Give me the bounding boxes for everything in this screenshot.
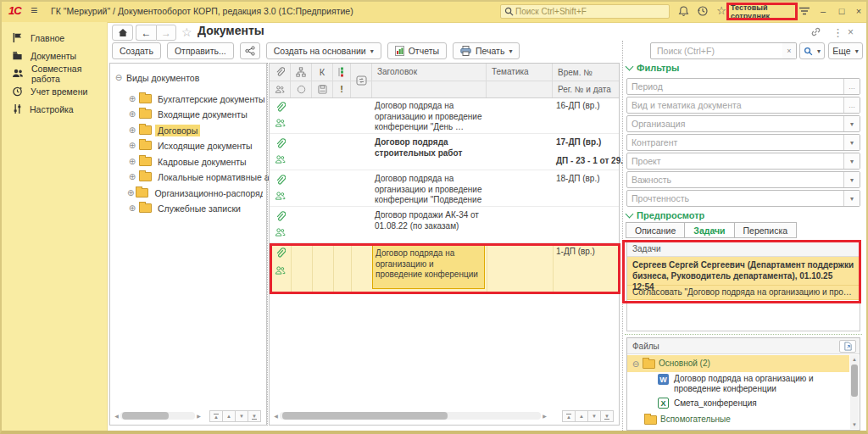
- scroll-left-icon[interactable]: ◀: [272, 411, 280, 420]
- tree-item-organizational[interactable]: ⊕ Организационно-распорядительн: [127, 186, 263, 200]
- filter-read-status[interactable]: Прочтенность ▾: [626, 190, 860, 207]
- column-tasks[interactable]: [270, 81, 291, 97]
- column-status[interactable]: [291, 81, 312, 97]
- scroll-left-icon[interactable]: ◀: [113, 411, 120, 420]
- tree-item-incoming[interactable]: ⊕ Входящие документы: [127, 107, 250, 121]
- collapse-icon[interactable]: ⊖: [114, 73, 124, 82]
- send-button[interactable]: Отправить...: [167, 42, 234, 59]
- table-row-selected[interactable]: Договор подряда на организацию и проведе…: [270, 243, 619, 292]
- go-down-button[interactable]: ▼: [587, 410, 601, 422]
- filter-doc-type[interactable]: Вид и тематика документа …: [626, 97, 860, 114]
- tree-item-hr[interactable]: ⊕ Кадровые документы: [127, 154, 249, 169]
- tree-item-local-acts[interactable]: ⊕ Локальные нормативные акты: [127, 170, 287, 184]
- search-options-button[interactable]: ▾: [799, 42, 825, 59]
- scroll-thumb[interactable]: [282, 412, 448, 420]
- expand-icon[interactable]: ⊕: [127, 157, 137, 166]
- file-item-excel[interactable]: X Смета_конференция: [658, 398, 846, 409]
- filters-group-header[interactable]: Фильтры: [626, 63, 679, 73]
- sidebar-item-settings[interactable]: Настройка: [2, 100, 107, 118]
- go-up-button[interactable]: ▲: [575, 410, 588, 422]
- scroll-right-icon[interactable]: ▶: [195, 411, 203, 420]
- filter-importance[interactable]: Важность ▾: [626, 171, 860, 188]
- column-importance[interactable]: !: [333, 81, 351, 97]
- global-search[interactable]: [500, 4, 670, 19]
- scroll-right-icon[interactable]: ▶: [541, 411, 548, 420]
- view-settings-icon[interactable]: [797, 7, 812, 20]
- global-search-input[interactable]: [514, 6, 665, 17]
- expand-icon[interactable]: ⊕: [127, 125, 137, 135]
- favorites-star-icon[interactable]: ☆: [714, 4, 729, 18]
- create-button[interactable]: Создать: [112, 42, 161, 59]
- files-folder-main[interactable]: ⊖ Основной (2): [627, 355, 849, 372]
- add-favorite-star-icon[interactable]: ☆: [181, 25, 192, 39]
- tab-description[interactable]: Описание: [626, 222, 685, 238]
- tab-tasks[interactable]: Задачи: [684, 222, 734, 238]
- column-subject[interactable]: Тематика: [487, 64, 553, 97]
- sidebar-item-time-tracking[interactable]: Учет времени: [2, 82, 107, 100]
- tasks-grid-header[interactable]: Задачи: [627, 241, 860, 257]
- tree-table-splitter[interactable]: [267, 63, 268, 426]
- scroll-thumb[interactable]: [851, 364, 858, 397]
- focused-title-cell[interactable]: Договор подряда на организацию и проведе…: [372, 245, 485, 289]
- column-title[interactable]: Заголовок: [372, 64, 487, 97]
- go-first-button[interactable]: ▲: [562, 410, 576, 422]
- file-item-word[interactable]: W Договор подряда на организацию и прове…: [658, 374, 846, 394]
- go-up-button[interactable]: ▲: [222, 410, 236, 422]
- column-transfer[interactable]: [351, 64, 372, 97]
- sidebar-item-main[interactable]: Главное: [2, 29, 107, 47]
- tree-item-outgoing[interactable]: ⊕ Исходящие документы: [127, 138, 255, 153]
- column-saved[interactable]: [312, 81, 333, 97]
- table-row[interactable]: Договор подряда строительных работ 17-ДП…: [270, 134, 619, 170]
- sidebar-item-collaboration[interactable]: Совместная работа: [2, 64, 107, 82]
- go-down-button[interactable]: ▼: [235, 410, 248, 422]
- expand-icon[interactable]: ⊕: [127, 188, 134, 198]
- close-form-icon[interactable]: ×: [848, 26, 854, 38]
- home-button[interactable]: [112, 25, 133, 41]
- tree-item-memos[interactable]: ⊕ Служебные записки: [127, 201, 243, 215]
- filter-organization[interactable]: Организация ▾: [626, 115, 860, 132]
- tree-horizontal-scrollbar[interactable]: ◀ ▶: [113, 410, 206, 421]
- choose-button[interactable]: …: [843, 79, 860, 94]
- table-row[interactable]: Договор продажи АК-34 от 01.08.22 (по за…: [270, 207, 619, 243]
- dropdown-button[interactable]: ▾: [843, 172, 860, 187]
- choose-button[interactable]: …: [843, 97, 860, 113]
- list-search[interactable]: [650, 42, 783, 59]
- get-link-icon[interactable]: [810, 26, 821, 40]
- task-author-row[interactable]: Сергеев Сергей Сергеевич (Департамент по…: [627, 257, 860, 286]
- expand-icon[interactable]: ⊕: [127, 109, 137, 119]
- share-button[interactable]: [240, 42, 260, 59]
- filter-counterparty[interactable]: Контрагент ▾: [626, 134, 860, 151]
- scroll-track[interactable]: [280, 412, 541, 420]
- tree-item-accounting[interactable]: ⊕ Бухгалтерские документы: [127, 92, 268, 106]
- files-vertical-scrollbar[interactable]: ▲ ▼: [850, 355, 859, 429]
- collapse-icon[interactable]: ⊖: [631, 359, 641, 369]
- column-route[interactable]: [333, 64, 351, 81]
- column-reg-number[interactable]: Рег. № и дата: [553, 81, 619, 97]
- dropdown-button[interactable]: ▾: [843, 153, 860, 169]
- column-contractor[interactable]: К: [312, 64, 333, 81]
- forward-button[interactable]: →: [156, 25, 176, 41]
- notifications-bell-icon[interactable]: [676, 5, 691, 19]
- table-row[interactable]: Договор подряда на организацию и проведе…: [270, 170, 619, 207]
- print-button[interactable]: Печать▾: [453, 42, 520, 59]
- reports-button[interactable]: Отчеты: [387, 42, 447, 59]
- expand-icon[interactable]: ⊕: [127, 141, 137, 150]
- scroll-up-icon[interactable]: ▲: [850, 355, 859, 364]
- minimize-button[interactable]: –: [815, 3, 831, 19]
- filter-period[interactable]: Период …: [626, 78, 860, 95]
- expand-icon[interactable]: ⊕: [127, 172, 137, 181]
- tree-root-document-types[interactable]: ⊖ Виды документов: [114, 70, 202, 85]
- go-last-button[interactable]: ▼: [248, 410, 261, 422]
- sidebar-item-documents[interactable]: Документы: [2, 47, 107, 64]
- task-text-row[interactable]: Согласовать "Договор подряда на организа…: [627, 286, 860, 300]
- column-hierarchy[interactable]: [291, 64, 312, 81]
- history-icon[interactable]: [695, 5, 710, 19]
- go-last-button[interactable]: ▼: [600, 410, 614, 422]
- filter-project[interactable]: Проект ▾: [626, 153, 860, 170]
- table-row[interactable]: Договор подряда на организацию и проведе…: [270, 97, 619, 134]
- open-file-button[interactable]: [839, 340, 856, 353]
- clear-search-button[interactable]: ×: [782, 42, 797, 59]
- close-window-button[interactable]: ×: [851, 3, 866, 19]
- column-attachment[interactable]: [270, 64, 291, 81]
- dropdown-button[interactable]: ▾: [843, 116, 860, 131]
